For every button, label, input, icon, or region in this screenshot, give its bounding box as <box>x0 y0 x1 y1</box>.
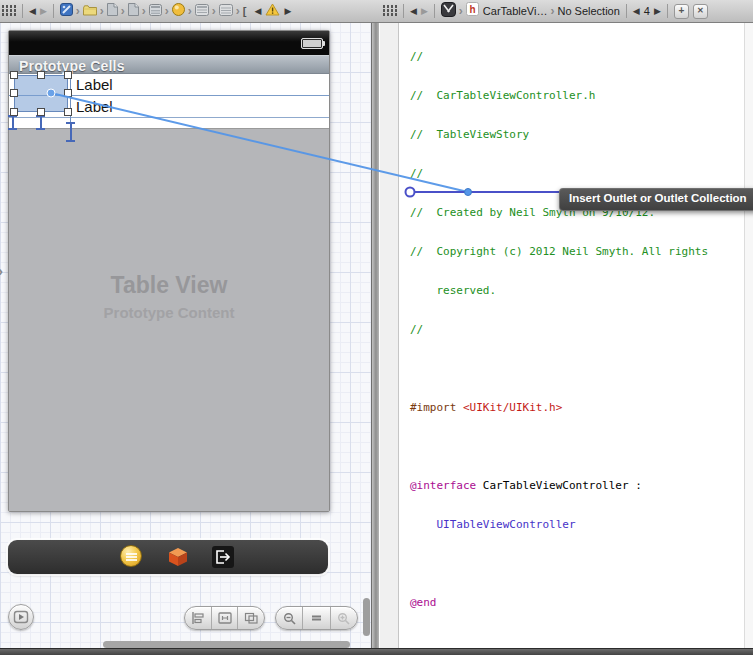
back-button[interactable]: ◀ <box>29 0 36 22</box>
code-line: #import <box>410 401 463 414</box>
exit-segue-icon[interactable] <box>212 546 234 568</box>
counterpart-next-button[interactable]: ▶ <box>654 0 661 22</box>
interface-builder-canvas[interactable]: Prototype Cells Label Label Table View P… <box>0 22 371 648</box>
code-keyword: @interface <box>410 479 483 492</box>
pin-button[interactable] <box>211 607 238 629</box>
related-items-icon[interactable] <box>383 2 397 20</box>
code-line: @end <box>410 596 437 609</box>
outline-collapse-chevron[interactable]: › <box>0 262 3 279</box>
resize-handle[interactable] <box>10 89 18 97</box>
resize-handle[interactable] <box>37 71 45 79</box>
scene-icon[interactable] <box>172 2 185 20</box>
breadcrumb-chevron: › <box>459 4 463 18</box>
breadcrumb-chevron: › <box>212 4 216 18</box>
breadcrumb-selection[interactable]: No Selection <box>557 5 619 17</box>
back-button[interactable]: ◀ <box>410 0 417 22</box>
window-bottom-edge <box>0 648 753 655</box>
selected-image-view[interactable] <box>14 75 68 112</box>
prototype-cells-header: Prototype Cells <box>9 55 329 74</box>
forward-button[interactable]: ▶ <box>40 0 47 22</box>
editor-toolbar: ◀ ▶ › › › › › › › › <box>0 0 753 23</box>
bracket-item[interactable]: [ <box>243 5 247 17</box>
code-line: // CarTableViewController.h <box>410 89 595 102</box>
add-assistant-editor-button[interactable]: + <box>674 4 689 19</box>
resize-handle[interactable] <box>64 71 72 79</box>
align-button[interactable] <box>185 607 211 629</box>
separator <box>403 4 404 18</box>
warning-icon[interactable] <box>265 2 280 20</box>
counterpart-previous-button[interactable]: ◀ <box>633 0 640 22</box>
next-issue-button[interactable]: ▶ <box>284 0 291 22</box>
table-cell-icon[interactable] <box>219 2 233 20</box>
storyboard-icon[interactable] <box>149 2 162 20</box>
table-view-placeholder-title: Table View <box>9 272 329 299</box>
code-superclass: UITableViewController <box>410 518 576 531</box>
code-editor[interactable]: // // CarTableViewController.h // TableV… <box>398 24 744 648</box>
separator <box>22 4 23 18</box>
file-icon[interactable] <box>107 2 118 20</box>
code-import-arg: <UIKit/UIKit.h> <box>463 401 562 414</box>
editor-scrollbar-track[interactable] <box>744 22 753 648</box>
assistant-tuxedo-icon[interactable] <box>441 2 456 21</box>
breadcrumb-chevron: › <box>188 4 192 18</box>
code-line: // <box>410 323 423 336</box>
code-line: reserved. <box>410 284 496 297</box>
status-bar <box>9 31 329 55</box>
cell-label[interactable]: Label <box>76 76 113 93</box>
resize-handle[interactable] <box>10 108 18 116</box>
split-divider[interactable] <box>371 22 380 648</box>
resize-handle[interactable] <box>37 108 45 116</box>
code-line: // <box>410 167 423 180</box>
folder-icon[interactable] <box>83 2 97 20</box>
cell-remainder <box>9 118 329 128</box>
resolve-issues-button[interactable] <box>237 607 264 629</box>
autolayout-controls <box>184 606 265 630</box>
separator <box>626 4 627 18</box>
assistant-jump-bar: ◀ ▶ › h CarTableVi… › No Selection ◀ 4 ▶… <box>383 0 708 22</box>
table-view-background[interactable]: Table View Prototype Content <box>9 128 329 511</box>
cell-label[interactable]: Label <box>76 98 113 115</box>
table-view-icon[interactable] <box>195 2 209 20</box>
close-assistant-editor-button[interactable]: ✕ <box>693 4 708 19</box>
breadcrumb-chevron: › <box>121 4 125 18</box>
breadcrumb-file[interactable]: CarTableVi… <box>483 5 548 17</box>
document-outline-toggle-button[interactable] <box>8 604 34 630</box>
breadcrumb-chevron: › <box>100 4 104 18</box>
insert-outlet-tooltip: Insert Outlet or Outlet Collection <box>559 188 753 211</box>
resize-handle[interactable] <box>64 108 72 116</box>
code-class-decl: CarTableViewController : <box>483 479 642 492</box>
zoom-controls <box>275 606 358 630</box>
resize-handle[interactable] <box>64 89 72 97</box>
code-line: // <box>410 50 423 63</box>
vertical-scrollbar[interactable] <box>363 598 370 636</box>
separator <box>53 4 54 18</box>
project-icon[interactable] <box>60 2 73 20</box>
resize-handle[interactable] <box>10 71 18 79</box>
ib-jump-bar: ◀ ▶ › › › › › › › › <box>2 0 291 22</box>
code-line: // Copyright (c) 2012 Neil Smyth. All ri… <box>410 245 708 258</box>
breadcrumb-chevron: › <box>165 4 169 18</box>
assistant-source-editor: // // CarTableViewController.h // TableV… <box>380 22 753 648</box>
zoom-out-button[interactable] <box>276 607 302 629</box>
horizontal-scrollbar[interactable] <box>103 641 350 648</box>
header-file-icon[interactable]: h <box>466 2 479 20</box>
prototype-cells-label: Prototype Cells <box>9 56 329 74</box>
table-view-placeholder-subtitle: Prototype Content <box>9 304 329 321</box>
view-controller-icon[interactable] <box>120 545 142 567</box>
zoom-in-button[interactable] <box>330 607 357 629</box>
actual-size-button[interactable] <box>302 607 329 629</box>
separator <box>434 4 435 18</box>
separator <box>667 4 668 18</box>
editor-gutter[interactable] <box>380 22 399 648</box>
forward-button[interactable]: ▶ <box>421 0 428 22</box>
previous-issue-button[interactable]: ◀ <box>255 0 262 22</box>
battery-icon <box>301 38 323 49</box>
scene-dock <box>8 540 328 574</box>
file-icon[interactable] <box>128 2 139 20</box>
breadcrumb-chevron: › <box>76 4 80 18</box>
first-responder-icon[interactable] <box>168 547 188 571</box>
breadcrumb-chevron: › <box>550 4 554 18</box>
counterpart-counter: 4 <box>644 5 650 17</box>
tooltip-label: Insert Outlet or Outlet Collection <box>569 192 747 204</box>
related-items-icon[interactable] <box>2 2 16 20</box>
